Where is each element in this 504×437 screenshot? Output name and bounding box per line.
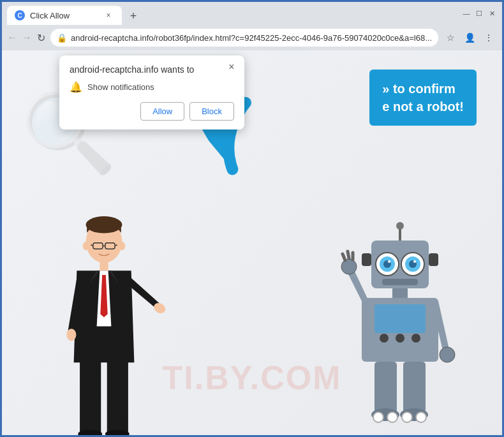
svg-rect-28 [382, 279, 418, 285]
watermark-text: TI.BY.COM [163, 359, 342, 397]
minimize-button[interactable]: — [461, 8, 471, 19]
svg-point-26 [388, 260, 390, 263]
maximize-button[interactable]: ☐ [474, 8, 484, 19]
svg-point-8 [83, 242, 89, 250]
svg-point-41 [373, 412, 383, 422]
menu-button[interactable]: ⋮ [480, 29, 497, 46]
svg-rect-10 [100, 261, 108, 272]
svg-rect-38 [403, 362, 426, 413]
page-content: 🔍 TI.BY.COM » to confirm e not a robot! [2, 50, 502, 435]
banner-line2: e not a robot! [382, 98, 464, 115]
popup-permission: 🔔 Show notifications [70, 81, 234, 93]
svg-point-35 [341, 259, 357, 274]
tab-title: Click Allow [30, 11, 70, 20]
bookmark-button[interactable]: ☆ [442, 29, 459, 46]
captcha-banner: » to confirm e not a robot! [369, 70, 477, 126]
lock-icon: 🔒 [57, 33, 67, 43]
robot-illustration [336, 218, 464, 435]
svg-point-44 [416, 412, 426, 422]
forward-button[interactable]: → [22, 29, 33, 47]
svg-point-9 [119, 242, 125, 250]
svg-rect-46 [429, 253, 438, 266]
tab-close-button[interactable]: × [103, 10, 114, 21]
svg-point-32 [380, 334, 389, 343]
svg-point-43 [402, 412, 412, 422]
block-button[interactable]: Block [189, 102, 234, 121]
svg-point-42 [387, 412, 397, 422]
address-bar: ← → ↻ 🔒 android-recaptcha.info/robot36fp… [2, 25, 502, 50]
permission-text: Show notifications [87, 82, 154, 92]
popup-buttons: Allow Block [70, 102, 234, 121]
popup-title: android-recaptcha.info wants to [70, 64, 234, 75]
browser-window: C Click Allow × + — ☐ ✕ ← → ↻ 🔒 android-… [0, 0, 504, 437]
address-field[interactable]: 🔒 android-recaptcha.info/robot36fp/index… [50, 29, 438, 47]
back-button[interactable]: ← [7, 29, 18, 47]
reload-button[interactable]: ↻ [36, 29, 47, 47]
svg-rect-29 [392, 288, 408, 298]
bell-icon: 🔔 [70, 81, 82, 93]
svg-rect-14 [107, 360, 128, 433]
svg-point-12 [66, 329, 76, 341]
tab-favicon: C [15, 10, 25, 20]
svg-rect-13 [80, 360, 101, 433]
notification-popup: × android-recaptcha.info wants to 🔔 Show… [59, 56, 244, 130]
title-bar: C Click Allow × + — ☐ ✕ [2, 2, 502, 25]
svg-rect-31 [374, 304, 426, 333]
close-button[interactable]: ✕ [487, 8, 497, 19]
svg-rect-37 [374, 362, 397, 413]
new-tab-button[interactable]: + [124, 7, 142, 25]
svg-point-33 [396, 334, 404, 343]
svg-rect-45 [362, 253, 371, 266]
active-tab[interactable]: C Click Allow × [7, 6, 122, 25]
popup-close-button[interactable]: × [225, 61, 238, 73]
svg-point-34 [411, 334, 420, 343]
url-text: android-recaptcha.info/robot36fp/index.h… [71, 33, 432, 43]
tab-area: C Click Allow × + [7, 2, 459, 25]
account-button[interactable]: 👤 [461, 29, 478, 46]
banner-line1: » to confirm [382, 80, 464, 98]
person-illustration [40, 205, 168, 435]
svg-point-18 [396, 222, 404, 230]
allow-button[interactable]: Allow [140, 102, 184, 121]
svg-point-27 [413, 260, 416, 263]
window-controls: — ☐ ✕ [461, 8, 497, 19]
address-actions: ☆ 👤 ⋮ [442, 29, 497, 46]
svg-point-36 [440, 347, 455, 362]
